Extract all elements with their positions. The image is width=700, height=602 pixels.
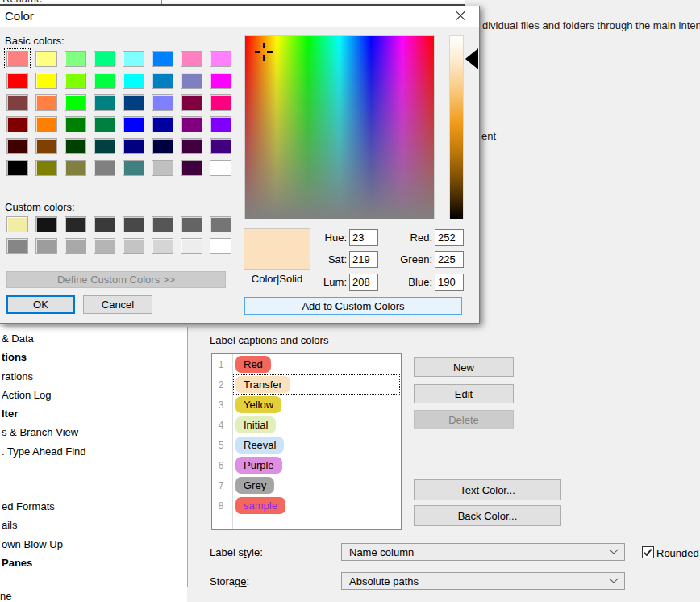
edit-button[interactable]: Edit (414, 384, 514, 403)
label-pill[interactable]: Initial (235, 416, 276, 433)
custom-color-swatch[interactable] (6, 216, 28, 232)
basic-color-swatch[interactable] (210, 51, 231, 67)
label-pill[interactable]: Yellow (235, 396, 281, 413)
label-style-dropdown[interactable]: Name column (341, 543, 625, 561)
custom-color-swatch[interactable] (181, 216, 202, 232)
basic-color-swatch[interactable] (152, 51, 173, 67)
basic-color-swatch[interactable] (65, 116, 86, 132)
basic-color-swatch[interactable] (6, 73, 28, 89)
label-row[interactable]: 8sample (212, 495, 401, 516)
basic-color-swatch[interactable] (6, 51, 28, 67)
basic-color-swatch[interactable] (181, 160, 202, 176)
label-pill[interactable]: Red (235, 356, 271, 373)
label-pill[interactable]: Grey (235, 477, 274, 494)
basic-color-swatch[interactable] (152, 73, 173, 89)
luminance-arrow-icon[interactable] (465, 48, 478, 69)
close-button[interactable] (448, 7, 473, 25)
label-pill[interactable]: Transfer (235, 376, 290, 393)
custom-color-swatch[interactable] (123, 216, 144, 232)
basic-color-swatch[interactable] (210, 94, 231, 111)
basic-color-swatch[interactable] (181, 116, 202, 132)
label-pill[interactable]: sample (235, 497, 285, 514)
label-row[interactable]: 1Red (212, 354, 401, 374)
sidebar-item[interactable]: & Data (0, 329, 187, 348)
basic-color-swatch[interactable] (94, 73, 115, 89)
basic-color-swatch[interactable] (181, 73, 202, 89)
green-input[interactable] (435, 251, 464, 268)
basic-color-swatch[interactable] (123, 51, 144, 67)
label-pill[interactable]: Reeval (235, 437, 284, 454)
basic-color-swatch[interactable] (94, 160, 115, 176)
basic-color-swatch[interactable] (123, 73, 144, 89)
basic-color-swatch[interactable] (35, 116, 57, 132)
basic-color-swatch[interactable] (123, 160, 144, 176)
basic-color-swatch[interactable] (94, 94, 115, 111)
basic-color-swatch[interactable] (6, 94, 28, 111)
sidebar-item[interactable]: own Blow Up (0, 535, 187, 554)
basic-color-swatch[interactable] (35, 94, 57, 111)
label-row[interactable]: 6Purple (212, 455, 401, 475)
custom-color-swatch[interactable] (6, 238, 28, 254)
basic-color-swatch[interactable] (210, 160, 231, 176)
custom-color-swatch[interactable] (65, 216, 86, 232)
label-row[interactable]: 3Yellow (212, 395, 401, 415)
basic-color-swatch[interactable] (152, 116, 173, 132)
basic-color-swatch[interactable] (181, 94, 202, 111)
hue-saturation-field[interactable] (244, 35, 435, 219)
basic-color-swatch[interactable] (123, 138, 144, 154)
label-row[interactable]: 4Initial (212, 415, 401, 435)
new-button[interactable]: New (414, 357, 514, 377)
basic-color-swatch[interactable] (65, 160, 86, 176)
label-row[interactable]: 7Grey (212, 475, 401, 495)
basic-color-swatch[interactable] (6, 138, 28, 154)
text-color-button[interactable]: Text Color... (414, 479, 561, 500)
luminance-slider[interactable] (449, 35, 464, 219)
custom-color-swatch[interactable] (152, 238, 173, 254)
label-row[interactable]: 2Transfer (212, 374, 401, 395)
hue-input[interactable] (349, 229, 378, 246)
basic-color-swatch[interactable] (35, 73, 57, 89)
basic-color-swatch[interactable] (94, 116, 115, 132)
basic-color-swatch[interactable] (35, 160, 57, 176)
custom-color-swatch[interactable] (65, 238, 86, 254)
storage-dropdown[interactable]: Absolute paths (341, 572, 625, 590)
color-crosshair-icon[interactable] (255, 43, 273, 61)
basic-color-swatch[interactable] (152, 160, 173, 176)
sidebar-item[interactable]: rations (0, 367, 187, 386)
sidebar-item[interactable]: . Type Ahead Find (0, 442, 187, 461)
custom-color-swatch[interactable] (210, 238, 231, 254)
basic-color-swatch[interactable] (94, 138, 115, 154)
sidebar-item[interactable]: ed Formats (0, 497, 187, 516)
basic-color-swatch[interactable] (65, 73, 86, 89)
back-color-button[interactable]: Back Color... (414, 505, 561, 526)
basic-color-swatch[interactable] (181, 138, 202, 154)
sidebar-item[interactable]: tions (0, 348, 187, 366)
ok-button[interactable]: OK (6, 295, 75, 314)
basic-color-swatch[interactable] (152, 94, 173, 111)
cancel-button[interactable]: Cancel (83, 295, 152, 314)
basic-color-swatch[interactable] (181, 51, 202, 67)
basic-color-swatch[interactable] (6, 160, 28, 176)
basic-color-swatch[interactable] (65, 51, 86, 67)
sidebar-item[interactable]: lter (0, 404, 187, 423)
basic-color-swatch[interactable] (152, 138, 173, 154)
custom-color-swatch[interactable] (35, 238, 57, 254)
basic-color-swatch[interactable] (6, 116, 28, 132)
basic-color-swatch[interactable] (123, 94, 144, 111)
label-list[interactable]: 1Red2Transfer3Yellow4Initial5Reeval6Purp… (211, 353, 402, 530)
sidebar-item[interactable]: Panes (0, 554, 187, 572)
basic-color-swatch[interactable] (210, 73, 231, 89)
custom-color-swatch[interactable] (210, 216, 231, 232)
sidebar-item[interactable]: ails (0, 516, 187, 534)
sidebar-item[interactable]: s & Branch View (0, 423, 187, 441)
custom-color-swatch[interactable] (181, 238, 202, 254)
custom-color-swatch[interactable] (94, 238, 115, 254)
sat-input[interactable] (349, 251, 378, 268)
basic-color-swatch[interactable] (94, 51, 115, 67)
sidebar-item[interactable]: Action Log (0, 386, 187, 404)
basic-color-swatch[interactable] (35, 138, 57, 154)
basic-color-swatch[interactable] (65, 94, 86, 111)
lum-input[interactable] (349, 274, 378, 291)
basic-color-swatch[interactable] (210, 116, 231, 132)
label-row[interactable]: 5Reeval (212, 435, 401, 455)
